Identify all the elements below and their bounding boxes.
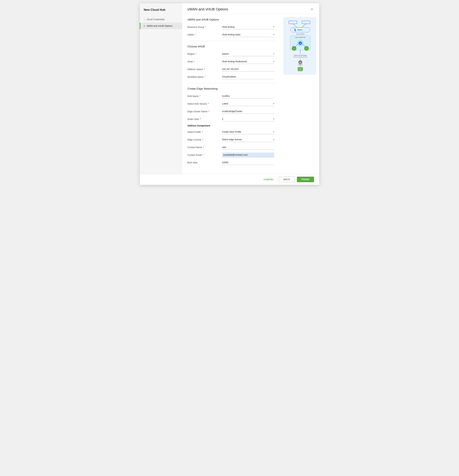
main-body: vWAN and vHUB Options Resource Group * v…	[182, 14, 319, 185]
select-profile-control: Create New Profile ▾	[222, 129, 274, 134]
chevron-down-icon: ▾	[273, 26, 274, 28]
svg-text:⬡: ⬡	[293, 47, 295, 49]
resource-group-label: Resource Group *	[187, 26, 220, 28]
svg-text:Azure vWAN Hub: Azure vWAN Hub	[295, 37, 306, 38]
architecture-diagram: ‹ ··· › ‹ ··· › Azure Azure vWAN	[283, 17, 316, 75]
vhub-select[interactable]: vhub-testing-vhubuseast ▾	[222, 59, 274, 64]
address-space-input[interactable]	[222, 67, 274, 72]
section1-title: vWAN and vHUB Options	[187, 18, 276, 21]
scale-units-row: Scale Units * 2 ▾	[187, 117, 276, 121]
nva-version-row: Select NVA Version * Latest ▾	[187, 101, 276, 106]
chevron-down-icon: ▾	[273, 131, 274, 133]
edge-cluster-name-input[interactable]	[222, 109, 274, 114]
bgp-asn-input[interactable]	[222, 160, 274, 165]
edge-license-row: Edge License * Select edge license ▾	[187, 137, 276, 142]
chevron-down-icon: ▾	[273, 102, 274, 105]
svg-text:☁: ☁	[300, 61, 301, 63]
vwan-row: vWAN * vhub-testing-vwan ▾	[187, 32, 276, 37]
vwan-label: vWAN *	[187, 34, 220, 36]
contact-name-row: Contact Name *	[187, 145, 276, 150]
contact-name-input[interactable]	[222, 145, 274, 150]
address-assignment-title: Address Assignment	[187, 124, 276, 127]
vwan-control: vhub-testing-vwan ▾	[222, 32, 274, 37]
section2-title: Choose vHUB	[187, 45, 276, 48]
section3-title: Create Edge Networking	[187, 87, 276, 90]
diagram-area: ‹ ··· › ‹ ··· › Azure Azure vWAN	[282, 14, 319, 172]
chevron-down-icon: ▾	[273, 60, 274, 63]
edge-cluster-name-row: Edge Cluster Name *	[187, 109, 276, 114]
nva-version-select[interactable]: Latest ▾	[222, 101, 274, 106]
bgp-asn-label: BGP ASN	[187, 161, 220, 164]
select-profile-row: Select Profile * Create New Profile ▾	[187, 129, 276, 134]
vhub-control: vhub-testing-vhubuseast ▾	[222, 59, 274, 64]
region-select[interactable]: eastus ▾	[222, 51, 274, 56]
svg-text:Azure vWAN: Azure vWAN	[296, 33, 304, 35]
divider-2	[187, 83, 276, 83]
back-button[interactable]: BACK	[279, 177, 295, 182]
close-button[interactable]: ×	[310, 7, 314, 11]
sidebar-title: New Cloud Hub	[140, 8, 182, 16]
diagram-svg: ‹ ··· › ‹ ··· › Azure Azure vWAN	[286, 20, 315, 72]
svg-text:VMware SD-WAN Edge: VMware SD-WAN Edge	[294, 55, 307, 56]
svg-text:‹ ··· ›: ‹ ··· ›	[291, 22, 295, 23]
main-content: vWAN and vHUB Options × vWAN and vHUB Op…	[182, 3, 319, 185]
vhub-row: vHub * vhub-testing-vhubuseast ▾	[187, 59, 276, 64]
new-cloud-hub-modal: New Cloud Hub 1 Cloud Credentials 2 vWAN…	[140, 3, 319, 185]
footer: CANCEL BACK FINISH	[182, 174, 319, 185]
address-space-row: Address Space *	[187, 67, 276, 72]
workflow-name-control	[222, 75, 274, 79]
sidebar-item-vwan-vhub[interactable]: 2 vWAN and vHUB Options	[140, 23, 182, 29]
svg-text:‹ ··· ›: ‹ ··· ›	[305, 22, 308, 23]
chevron-down-icon: ▾	[273, 118, 274, 120]
sidebar-item-label-credentials: Cloud Credentials	[146, 18, 165, 21]
chevron-down-icon: ▾	[273, 53, 274, 55]
vwan-select[interactable]: vhub-testing-vwan ▾	[222, 32, 274, 37]
contact-name-label: Contact Name *	[187, 146, 220, 149]
bgp-asn-control	[222, 160, 274, 165]
svg-text:Branch: Branch	[298, 70, 302, 72]
scale-units-select[interactable]: 2 ▾	[222, 117, 274, 121]
resource-group-select[interactable]: vhub-testing ▾	[222, 25, 274, 29]
finish-button[interactable]: FINISH	[297, 177, 314, 182]
workflow-name-row: Workflow Name *	[187, 75, 276, 79]
contact-email-input[interactable]	[222, 153, 274, 157]
region-control: eastus ▾	[222, 51, 274, 56]
svg-text:(Network Virtual Application): (Network Virtual Application)	[293, 56, 308, 58]
sidebar-item-cloud-credentials[interactable]: 1 Cloud Credentials	[140, 16, 182, 23]
edge-license-control: Select edge license ▾	[222, 137, 274, 142]
chevron-down-icon: ▾	[273, 138, 274, 141]
cancel-button[interactable]: CANCEL	[261, 177, 277, 182]
step-2-num: 2	[144, 25, 145, 27]
workflow-name-input[interactable]	[222, 75, 274, 79]
region-label: Region *	[187, 53, 220, 55]
workflow-name-label: Workflow Name *	[187, 76, 220, 78]
select-profile-select[interactable]: Create New Profile ▾	[222, 129, 274, 134]
svg-text:⊞: ⊞	[300, 68, 301, 70]
sidebar: New Cloud Hub 1 Cloud Credentials 2 vWAN…	[140, 3, 182, 185]
active-indicator	[140, 23, 141, 29]
chevron-down-icon: ▾	[273, 34, 274, 36]
nva-name-input[interactable]	[222, 94, 274, 98]
svg-text:⊕: ⊕	[300, 42, 301, 44]
edge-cluster-name-control	[222, 109, 274, 114]
step-1-num: 1	[144, 18, 145, 21]
nva-name-control	[222, 94, 274, 98]
svg-text:Azure: Azure	[297, 29, 302, 31]
contact-email-label: Contact Email *	[187, 154, 220, 156]
main-title: vWAN and vHUB Options	[187, 7, 228, 11]
nva-version-control: Latest ▾	[222, 101, 274, 106]
resource-group-row: Resource Group * vhub-testing ▾	[187, 25, 276, 29]
svg-text:⬡: ⬡	[306, 47, 307, 49]
sidebar-item-label-vwan: vWAN and vHUB Options	[146, 25, 172, 27]
scale-units-control: 2 ▾	[222, 117, 274, 121]
nva-name-row: NVA Name *	[187, 94, 276, 98]
edge-license-select[interactable]: Select edge license ▾	[222, 137, 274, 142]
divider-1	[187, 41, 276, 41]
address-space-label: Address Space *	[187, 68, 220, 71]
contact-name-control	[222, 145, 274, 150]
edge-license-label: Edge License *	[187, 138, 220, 141]
address-space-control	[222, 67, 274, 72]
nva-name-label: NVA Name *	[187, 95, 220, 97]
main-header: vWAN and vHUB Options ×	[182, 3, 319, 14]
form-area: vWAN and vHUB Options Resource Group * v…	[182, 14, 282, 172]
